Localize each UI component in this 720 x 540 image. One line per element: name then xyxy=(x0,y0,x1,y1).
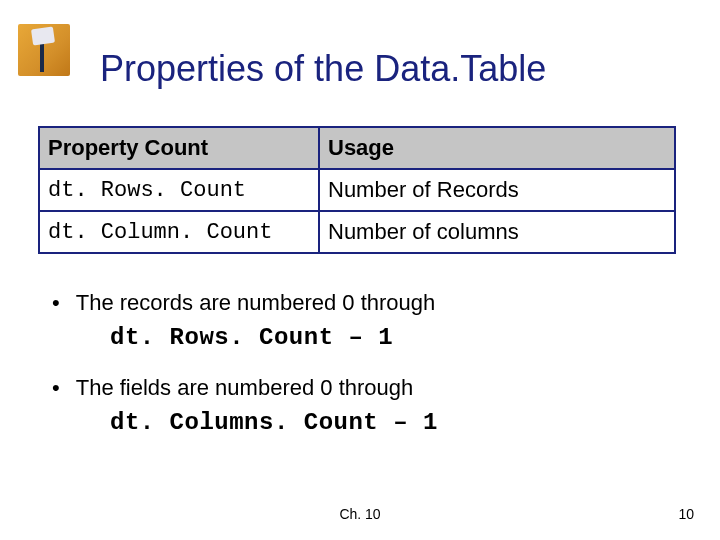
table-header-row: Property Count Usage xyxy=(39,127,675,169)
list-item: • The records are numbered 0 through xyxy=(52,290,672,316)
bullet-text: The records are numbered 0 through xyxy=(76,290,436,315)
bullet-icon: • xyxy=(52,375,70,401)
slide-title: Properties of the Data.Table xyxy=(100,48,546,90)
bullet-text: The fields are numbered 0 through xyxy=(76,375,414,400)
header-property: Property Count xyxy=(39,127,319,169)
footer-page-number: 10 xyxy=(678,506,694,522)
bullet-list: • The records are numbered 0 through dt.… xyxy=(52,290,672,460)
cell-usage: Number of columns xyxy=(319,211,675,253)
table-row: dt. Rows. Count Number of Records xyxy=(39,169,675,211)
cell-property: dt. Column. Count xyxy=(39,211,319,253)
table-row: dt. Column. Count Number of columns xyxy=(39,211,675,253)
header-usage: Usage xyxy=(319,127,675,169)
code-snippet: dt. Columns. Count – 1 xyxy=(110,409,672,436)
slide-logo xyxy=(18,24,70,76)
cell-usage: Number of Records xyxy=(319,169,675,211)
list-item: • The fields are numbered 0 through xyxy=(52,375,672,401)
properties-table: Property Count Usage dt. Rows. Count Num… xyxy=(38,126,676,254)
cell-property: dt. Rows. Count xyxy=(39,169,319,211)
code-snippet: dt. Rows. Count – 1 xyxy=(110,324,672,351)
footer-chapter: Ch. 10 xyxy=(0,506,720,522)
bullet-icon: • xyxy=(52,290,70,316)
